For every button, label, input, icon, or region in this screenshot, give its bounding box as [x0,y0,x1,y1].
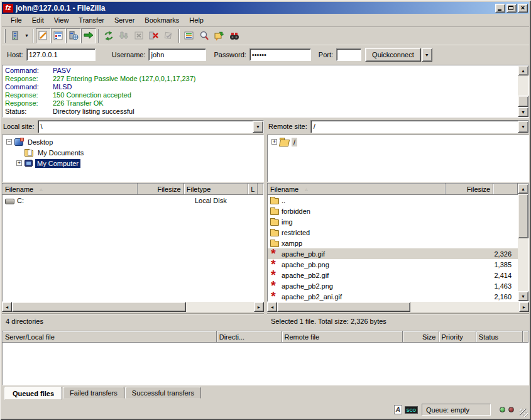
maximize-button[interactable] [506,4,517,13]
host-input[interactable] [26,48,96,61]
minimize-button[interactable] [495,4,505,13]
process-queue-button[interactable] [116,28,131,43]
file-row-apache-pb2-png[interactable]: apache_pb2.png1,463 [268,280,518,291]
synchronized-browsing-button[interactable] [227,28,242,43]
filename-cell: img [268,216,446,227]
log-scrollbar[interactable]: ▲ ▼ [518,65,528,117]
scroll-right-icon[interactable]: ► [254,302,264,312]
local-horizontal-scrollbar[interactable]: ◄ ► [2,302,264,312]
file-row-apache-pb2-ani-gif[interactable]: apache_pb2_ani.gif2,160 [268,291,518,301]
filter-button[interactable] [182,28,197,43]
remote-vertical-scrollbar[interactable]: ▲ ▼ [518,184,528,301]
quickconnect-button[interactable]: Quickconnect [365,48,421,62]
tree-item-my-computer[interactable]: +My Computer [3,158,263,169]
disconnect-button[interactable] [146,28,161,43]
file-row-apache-pb2-gif[interactable]: apache_pb2.gif2,414 [268,270,518,280]
menu-item-help[interactable]: Help [184,15,209,25]
chevron-down-icon[interactable]: ▼ [253,121,263,133]
column-header-l[interactable]: L [248,184,258,195]
site-manager-button[interactable] [8,28,23,43]
refresh-button[interactable] [101,28,116,43]
file-row-[interactable]: .. [268,195,518,206]
column-header-remote-file[interactable]: Remote file [282,331,403,343]
close-button[interactable]: × [518,4,528,13]
column-header-filesize[interactable]: Filesize [446,184,493,195]
column-header-priority[interactable]: Priority [439,331,476,343]
file-row-c[interactable]: C:Local Disk [3,195,263,206]
local-pane: Local site: \ ▼ −DesktopMy Documents+My … [2,119,264,329]
column-header-filetype[interactable]: Filetype [184,184,248,195]
column-header-filename[interactable]: Filename▵ [3,184,138,195]
scrollbar-thumb[interactable] [277,302,410,312]
username-label: Username: [112,51,146,58]
cancel-operation-button[interactable] [131,28,146,43]
filesize-cell: 2,414 [446,270,518,280]
local-site-label: Local site: [2,123,38,130]
transfer-queue: Server/Local fileDirecti...Remote fileSi… [2,331,529,385]
toggle-remote-tree-button[interactable] [66,28,81,43]
password-input[interactable] [249,48,311,61]
file-row-apache-pb-gif[interactable]: apache_pb.gif2,326 [268,248,518,259]
column-header-size[interactable]: Size [403,331,439,343]
scroll-up-icon[interactable]: ▲ [518,184,528,194]
filename-cell: apache_pb2.png [268,280,446,291]
file-row-forbidden[interactable]: forbidden [268,206,518,216]
file-search-button[interactable] [197,28,212,43]
folder-icon [270,219,279,226]
toggle-message-log-button[interactable] [36,28,51,43]
scroll-up-icon[interactable]: ▲ [518,65,528,75]
column-header-filesize[interactable]: Filesize [138,184,184,195]
column-header-directi[interactable]: Directi... [217,331,282,343]
port-input[interactable] [336,48,361,61]
site-manager-dropdown[interactable]: ▼ [23,28,31,43]
scroll-right-icon[interactable]: ► [519,302,529,312]
remote-site-value: / [311,121,518,133]
tree-item-my-documents[interactable]: My Documents [3,147,263,158]
menu-item-server[interactable]: Server [109,15,140,25]
toggle-transfer-queue-button[interactable] [81,28,96,43]
log-line-text: 227 Entering Passive Mode (127,0,0,1,17,… [53,75,195,82]
tab-successful-transfers[interactable]: Successful transfers [125,387,201,399]
scroll-left-icon[interactable]: ◄ [267,302,277,312]
column-header-filename[interactable]: Filename▵ [268,184,446,195]
file-row-apache-pb-png[interactable]: apache_pb.png1,385 [268,259,518,270]
quickconnect-dropdown[interactable]: ▼ [422,48,432,62]
file-row-img[interactable]: img [268,216,518,227]
tree-item-[interactable]: +/ [268,136,528,147]
chevron-down-icon[interactable]: ▼ [518,121,528,133]
menu-item-file[interactable]: File [6,15,27,25]
toolbar-gripper[interactable] [4,29,6,43]
collapse-icon[interactable]: − [6,139,12,145]
file-row-xampp[interactable]: xampp [268,238,518,248]
scroll-left-icon[interactable]: ◄ [2,302,12,312]
scrollbar-thumb[interactable] [12,302,186,312]
local-site-combo[interactable]: \ ▼ [38,120,264,133]
imgfile-icon [270,260,279,269]
scrollbar-thumb[interactable] [518,194,528,238]
reconnect-button[interactable] [161,28,177,43]
log-line-text: MLSD [53,83,72,91]
tab-failed-transfers[interactable]: Failed transfers [63,387,124,399]
resize-grip-icon[interactable] [520,409,528,417]
scrollbar-thumb[interactable] [518,96,528,107]
activity-led-green [500,407,505,412]
remote-site-combo[interactable]: / ▼ [310,120,529,133]
menu-item-edit[interactable]: Edit [27,15,49,25]
expand-icon[interactable]: + [16,160,22,166]
menu-item-transfer[interactable]: Transfer [74,15,109,25]
scroll-down-icon[interactable]: ▼ [518,291,528,301]
column-header-server-local-file[interactable]: Server/Local file [3,331,217,343]
file-row-restricted[interactable]: restricted [268,227,518,238]
folder-icon [270,230,279,236]
menu-item-bookmarks[interactable]: Bookmarks [140,15,184,25]
directory-comparison-button[interactable] [212,28,227,43]
tree-item-desktop[interactable]: −Desktop [3,136,263,147]
expand-icon[interactable]: + [271,139,277,145]
scroll-down-icon[interactable]: ▼ [518,107,528,117]
remote-horizontal-scrollbar[interactable]: ◄ ► [267,302,529,312]
column-header-status[interactable]: Status [476,331,523,343]
tab-queued-files[interactable]: Queued files [4,387,62,400]
toggle-local-tree-button[interactable] [51,28,66,43]
username-input[interactable] [148,48,206,61]
menu-item-view[interactable]: View [49,15,74,25]
